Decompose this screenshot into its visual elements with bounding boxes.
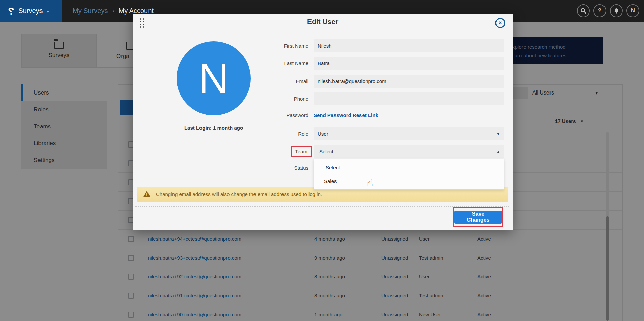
hand-cursor-icon: ☝ [367,177,373,189]
avatar-letter: N [631,7,635,14]
last-name-field[interactable] [314,57,504,70]
save-annotation-box: Save Changes [453,207,503,227]
warning-icon [143,191,151,197]
breadcrumb-separator-icon: › [112,7,114,15]
team-dropdown-list: -Select-Sales [314,159,504,190]
team-label-wrap: Team [133,146,314,157]
password-label: Password [133,112,314,118]
team-label: Team [295,149,307,154]
team-select[interactable]: -Select- ▴ [314,145,504,158]
caret-down-icon: ▾ [497,131,499,136]
role-label: Role [133,131,314,137]
phone-field[interactable] [314,92,504,105]
first-name-row: First Name [133,39,504,52]
phone-label: Phone [133,96,314,102]
avatar[interactable]: N [626,4,639,17]
role-row: Role User ▾ [133,127,504,140]
option-label: -Select- [324,165,342,170]
role-select[interactable]: User ▾ [314,127,504,140]
warning-text: Changing email address will also change … [156,191,322,197]
caret-up-icon: ▴ [497,149,499,154]
team-value: -Select- [318,149,335,154]
email-label: Email [133,78,314,84]
footer-divider [135,206,510,207]
close-icon[interactable]: × [495,18,505,28]
password-row: Password Send Password Reset Link [133,112,504,118]
chevron-down-icon: ▾ [47,9,49,14]
email-row: Email [133,75,504,88]
last-name-row: Last Name [133,57,504,70]
team-annotation-box: Team [291,146,312,157]
close-glyph: × [499,20,502,26]
product-name: Surveys [18,7,43,15]
app-window: ? Surveys ▾ My Surveys › My Account ? N … [0,0,644,321]
edit-user-modal: Edit User × N Last Login: 1 month ago Fi… [133,14,513,230]
option-label: Sales [324,178,337,184]
help-glyph: ? [598,7,601,14]
first-name-field[interactable] [314,39,504,52]
save-changes-button[interactable]: Save Changes [454,211,502,224]
help-icon[interactable]: ? [593,4,606,17]
status-label: Status [133,165,314,171]
questionpro-logo-icon: ? [8,6,14,16]
team-row: Team -Select- ▴ [133,145,504,158]
product-switcher[interactable]: ? Surveys ▾ [0,0,62,22]
last-name-label: Last Name [133,60,314,66]
email-field[interactable] [314,75,504,88]
search-icon[interactable] [577,4,590,17]
modal-title: Edit User [133,14,513,30]
breadcrumb-my-surveys[interactable]: My Surveys [73,7,108,15]
first-name-label: First Name [133,43,314,49]
send-password-reset-link[interactable]: Send Password Reset Link [314,112,378,118]
topbar-icon-group: ? N [577,4,639,17]
team-dropdown-option[interactable]: Sales [314,174,504,188]
bell-icon[interactable] [610,4,623,17]
phone-row: Phone [133,92,504,105]
team-dropdown-option[interactable]: -Select- [314,161,504,174]
role-value: User [318,131,328,137]
